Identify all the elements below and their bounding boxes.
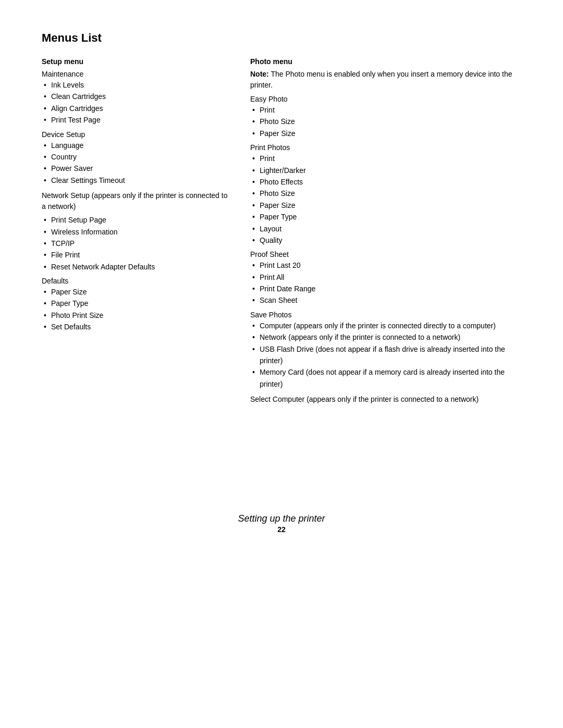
list-item: Scan Sheet	[250, 294, 521, 306]
list-item: Photo Effects	[250, 176, 521, 188]
print-photos-list: Print Lighter/Darker Photo Effects Photo…	[250, 153, 521, 246]
list-item: Print Date Range	[250, 283, 521, 294]
list-item: Print All	[250, 272, 521, 283]
list-item: Print Last 20	[250, 260, 521, 271]
list-item: Print	[250, 104, 521, 116]
easy-photo-list: Print Photo Size Paper Size	[250, 104, 521, 139]
list-item: Photo Print Size	[42, 310, 229, 321]
list-item: Print	[250, 153, 521, 164]
list-item: Wireless Information	[42, 226, 229, 238]
page-title: Menus List	[42, 31, 521, 45]
setup-menu-heading: Setup menu	[42, 57, 229, 66]
proof-sheet-label: Proof Sheet	[250, 250, 521, 258]
list-item: Paper Type	[250, 211, 521, 223]
list-item: Photo Size	[250, 188, 521, 199]
setup-menu-column: Setup menu Maintenance Ink Levels Clean …	[42, 57, 229, 337]
list-item: Paper Size	[250, 128, 521, 139]
maintenance-label: Maintenance	[42, 70, 229, 78]
proof-sheet-list: Print Last 20 Print All Print Date Range…	[250, 260, 521, 306]
page-footer: Setting up the printer 22	[42, 513, 521, 534]
save-photos-list: Computer (appears only if the printer is…	[250, 320, 521, 390]
defaults-list: Paper Size Paper Type Photo Print Size S…	[42, 286, 229, 333]
easy-photo-label: Easy Photo	[250, 95, 521, 103]
list-item: Set Defaults	[42, 321, 229, 332]
list-item: Clean Cartridges	[42, 91, 229, 102]
defaults-label: Defaults	[42, 277, 229, 285]
list-item: Layout	[250, 223, 521, 235]
list-item: Quality	[250, 235, 521, 246]
photo-menu-column: Photo menu Note: Note: The Photo menu is…	[250, 57, 521, 409]
list-item: Align Cartridges	[42, 103, 229, 114]
list-item: Language	[42, 140, 229, 151]
photo-menu-note: Note: Note: The Photo menu is enabled on…	[250, 69, 521, 91]
list-item: Reset Network Adapter Defaults	[42, 261, 229, 273]
list-item: TCP/IP	[42, 238, 229, 249]
network-setup-list: Print Setup Page Wireless Information TC…	[42, 214, 229, 273]
list-item: Photo Size	[250, 116, 521, 127]
list-item: Country	[42, 151, 229, 163]
footer-title: Setting up the printer	[42, 513, 521, 524]
select-computer-text: Select Computer (appears only if the pri…	[250, 394, 521, 405]
list-item: Network (appears only if the printer is …	[250, 331, 521, 343]
photo-menu-heading: Photo menu	[250, 57, 521, 66]
list-item: Paper Size	[42, 286, 229, 298]
device-setup-list: Language Country Power Saver Clear Setti…	[42, 140, 229, 187]
list-item: Ink Levels	[42, 79, 229, 91]
footer-page-number: 22	[42, 525, 521, 534]
list-item: USB Flash Drive (does not appear if a fl…	[250, 343, 521, 367]
list-item: File Print	[42, 249, 229, 261]
list-item: Computer (appears only if the printer is…	[250, 320, 521, 331]
list-item: Paper Type	[42, 298, 229, 309]
list-item: Lighter/Darker	[250, 165, 521, 176]
print-photos-label: Print Photos	[250, 143, 521, 152]
list-item: Memory Card (does not appear if a memory…	[250, 366, 521, 390]
network-setup-note: Network Setup (appears only if the print…	[42, 190, 229, 212]
list-item: Power Saver	[42, 163, 229, 174]
maintenance-list: Ink Levels Clean Cartridges Align Cartri…	[42, 79, 229, 126]
list-item: Print Test Page	[42, 114, 229, 126]
list-item: Paper Size	[250, 200, 521, 211]
list-item: Clear Settings Timeout	[42, 175, 229, 186]
device-setup-label: Device Setup	[42, 130, 229, 139]
save-photos-label: Save Photos	[250, 311, 521, 319]
list-item: Print Setup Page	[42, 214, 229, 226]
